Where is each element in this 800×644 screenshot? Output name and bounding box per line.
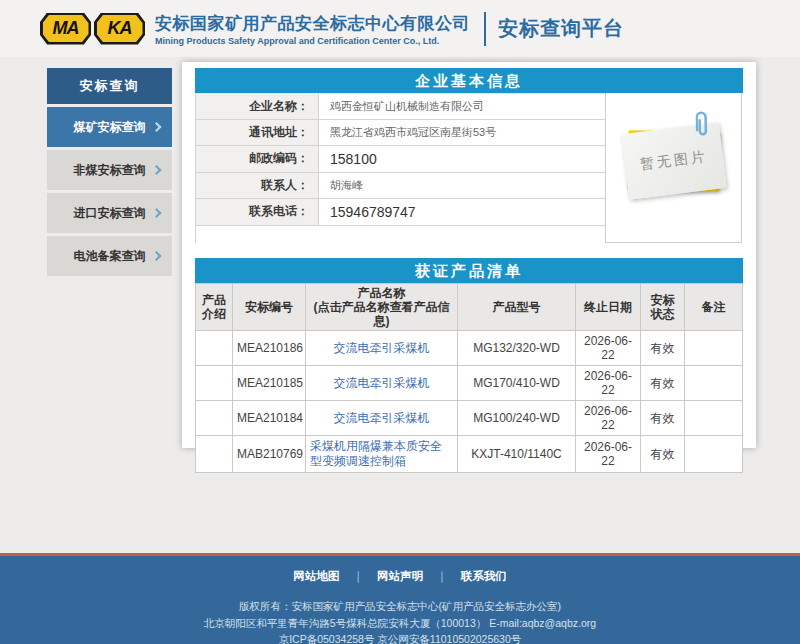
- content-panel: 企业基本信息 企业名称： 鸡西金恒矿山机械制造有限公司 通讯地址： 黑龙江省鸡西…: [182, 62, 756, 448]
- footer-link-separator: ｜: [436, 570, 447, 582]
- product-name-link[interactable]: 采煤机用隔爆兼本质安全型变频调速控制箱: [310, 439, 453, 469]
- cell-product-model: MG100/240-WD: [458, 401, 576, 436]
- col-remark: 备注: [685, 284, 743, 331]
- org-name-en: Mining Products Safety Approval and Cert…: [155, 36, 470, 46]
- cell-status: 有效: [641, 366, 685, 401]
- cell-status: 有效: [641, 331, 685, 366]
- platform-title: 安标查询平台: [498, 15, 624, 42]
- table-row: MEA210184 交流电牵引采煤机 MG100/240-WD 2026-06-…: [196, 401, 743, 436]
- section-gap: [195, 243, 743, 258]
- cell-product-intro: [196, 366, 233, 401]
- copyright-line3: 京ICP备05034258号 京公网安备11010502025630号: [0, 631, 800, 644]
- sidebar: 安标查询 煤矿安标查询 非煤安标查询 进口安标查询 电池备案查询: [47, 68, 172, 279]
- cell-product-intro: [196, 401, 233, 436]
- org-name-cn: 安标国家矿用产品安全标志中心有限公司: [155, 12, 470, 35]
- cell-product-name: 交流电牵引采煤机: [306, 366, 458, 401]
- copyright-line2: 北京朝阳区和平里青年沟路5号煤科总院安科大厦（100013） E-mail:aq…: [0, 615, 800, 632]
- info-row-phone: 联系电话： 15946789747: [196, 199, 605, 226]
- copyright-line1: 版权所有：安标国家矿用产品安全标志中心(矿用产品安全标志办公室): [0, 598, 800, 615]
- info-label: 通讯地址：: [196, 120, 319, 146]
- sidebar-item-coal-mine-query[interactable]: 煤矿安标查询: [47, 107, 172, 147]
- org-title-block: 安标国家矿用产品安全标志中心有限公司 Mining Products Safet…: [155, 12, 470, 46]
- placeholder-front-card: 暂无图片: [621, 122, 726, 199]
- info-label: 联系人：: [196, 173, 319, 199]
- footer-link-contact[interactable]: 联系我们: [461, 570, 507, 582]
- cell-status: 有效: [641, 401, 685, 436]
- col-end-date: 终止日期: [576, 284, 641, 331]
- maka-logo[interactable]: MA KA: [40, 13, 145, 45]
- info-label: 邮政编码：: [196, 146, 319, 172]
- product-name-link[interactable]: 交流电牵引采煤机: [334, 411, 430, 426]
- cell-product-model: MG170/410-WD: [458, 366, 576, 401]
- sidebar-item-non-coal-query[interactable]: 非煤安标查询: [47, 150, 172, 190]
- info-row-contact: 联系人： 胡海峰: [196, 173, 605, 200]
- sidebar-item-import-query[interactable]: 进口安标查询: [47, 193, 172, 233]
- no-image-placeholder: 暂无图片: [625, 126, 724, 197]
- sidebar-item-battery-record-query[interactable]: 电池备案查询: [47, 236, 172, 276]
- table-row: MEA210186 交流电牵引采煤机 MG132/320-WD 2026-06-…: [196, 331, 743, 366]
- logo-ma-text: MA: [43, 15, 89, 42]
- footer-links: 网站地图 ｜ 网站声明 ｜ 联系我们: [0, 569, 800, 584]
- cell-remark: [685, 436, 743, 473]
- sidebar-title: 安标查询: [47, 68, 172, 104]
- product-name-link[interactable]: 交流电牵引采煤机: [334, 341, 430, 356]
- sidebar-item-label: 煤矿安标查询: [74, 120, 146, 134]
- col-product-name: 产品名称 (点击产品名称查看产品信息): [306, 284, 458, 331]
- cell-product-name: 交流电牵引采煤机: [306, 331, 458, 366]
- chevron-right-icon: [152, 122, 162, 132]
- main-area: 安标查询 煤矿安标查询 非煤安标查询 进口安标查询 电池备案查询 企业基本信息 …: [0, 57, 800, 553]
- address-value: 黑龙江省鸡西市鸡冠区南星街53号: [319, 120, 605, 146]
- footer-link-separator: ｜: [353, 570, 364, 582]
- cell-end-date: 2026-06-22: [576, 436, 641, 473]
- cell-product-intro: [196, 436, 233, 473]
- footer-link-sitemap[interactable]: 网站地图: [293, 570, 339, 582]
- header: MA KA 安标国家矿用产品安全标志中心有限公司 Mining Products…: [0, 0, 800, 57]
- info-row-postcode: 邮政编码： 158100: [196, 146, 605, 173]
- sidebar-item-label: 进口安标查询: [74, 206, 146, 220]
- cell-end-date: 2026-06-22: [576, 331, 641, 366]
- info-row-company-name: 企业名称： 鸡西金恒矿山机械制造有限公司: [196, 93, 605, 120]
- product-list-header: 获证产品清单: [195, 258, 743, 283]
- cell-status: 有效: [641, 436, 685, 473]
- footer: 网站地图 ｜ 网站声明 ｜ 联系我们 版权所有：安标国家矿用产品安全标志中心(矿…: [0, 553, 800, 644]
- cell-cert-no: MEA210184: [233, 401, 306, 436]
- paperclip-icon: [696, 111, 710, 137]
- cell-end-date: 2026-06-22: [576, 366, 641, 401]
- cell-remark: [685, 366, 743, 401]
- cell-cert-no: MAB210769: [233, 436, 306, 473]
- footer-link-statement[interactable]: 网站声明: [377, 570, 423, 582]
- no-image-text: 暂无图片: [639, 148, 709, 174]
- contact-value: 胡海峰: [319, 173, 605, 199]
- cell-cert-no: MEA210186: [233, 331, 306, 366]
- chevron-right-icon: [152, 208, 162, 218]
- cell-end-date: 2026-06-22: [576, 401, 641, 436]
- cell-cert-no: MEA210185: [233, 366, 306, 401]
- phone-value: 15946789747: [319, 199, 605, 225]
- info-row-address: 通讯地址： 黑龙江省鸡西市鸡冠区南星街53号: [196, 120, 605, 147]
- header-divider: [484, 12, 486, 46]
- enterprise-info-table: 企业名称： 鸡西金恒矿山机械制造有限公司 通讯地址： 黑龙江省鸡西市鸡冠区南星街…: [195, 93, 605, 243]
- cell-product-name: 交流电牵引采煤机: [306, 401, 458, 436]
- logo-ka-text: KA: [97, 15, 143, 42]
- cell-product-intro: [196, 331, 233, 366]
- product-table-header-row: 产品 介绍 安标编号 产品名称 (点击产品名称查看产品信息) 产品型号 终止日期…: [196, 284, 743, 331]
- cell-remark: [685, 331, 743, 366]
- col-status: 安标 状态: [641, 284, 685, 331]
- footer-copyright: 版权所有：安标国家矿用产品安全标志中心(矿用产品安全标志办公室) 北京朝阳区和平…: [0, 598, 800, 644]
- sidebar-item-label: 非煤安标查询: [74, 163, 146, 177]
- enterprise-info-header: 企业基本信息: [195, 68, 743, 93]
- cell-product-model: KXJT-410/1140C: [458, 436, 576, 473]
- chevron-right-icon: [152, 165, 162, 175]
- company-image-box: 暂无图片: [605, 93, 742, 243]
- table-row: MEA210185 交流电牵引采煤机 MG170/410-WD 2026-06-…: [196, 366, 743, 401]
- logo-ma-badge: MA: [40, 13, 91, 45]
- cell-remark: [685, 401, 743, 436]
- company-name-value: 鸡西金恒矿山机械制造有限公司: [319, 94, 605, 119]
- product-table: 产品 介绍 安标编号 产品名称 (点击产品名称查看产品信息) 产品型号 终止日期…: [195, 283, 743, 473]
- info-label: 联系电话：: [196, 199, 319, 225]
- postcode-value: 158100: [319, 146, 605, 172]
- col-product-model: 产品型号: [458, 284, 576, 331]
- product-name-link[interactable]: 交流电牵引采煤机: [334, 376, 430, 391]
- col-cert-no: 安标编号: [233, 284, 306, 331]
- chevron-right-icon: [152, 251, 162, 261]
